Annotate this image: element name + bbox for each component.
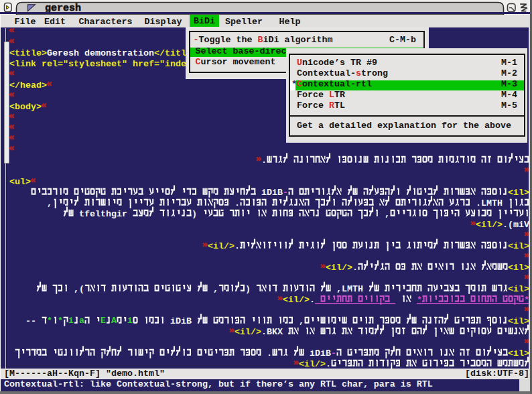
svg-text:<body>: <body> <box>9 102 42 112</box>
svg-text:--: -- <box>25 316 36 326</box>
svg-text:<il/>: <il/> <box>283 295 310 305</box>
svg-text:,: , <box>385 209 390 219</box>
svg-text:i: i <box>68 316 74 326</box>
svg-text:<il>: <il> <box>508 316 529 326</box>
svg-text:,(: ,( <box>74 284 84 294</box>
svg-text:Geresh demonstration: Geresh demonstration <box>47 48 154 58</box>
svg-text:,: , <box>299 316 304 326</box>
svg-text:<il/>: <il/> <box>235 327 261 337</box>
svg-text:<il/>: <il/> <box>208 241 235 251</box>
svg-text:.BKX: .BKX <box>261 327 283 337</box>
svg-text:E: E <box>101 316 106 326</box>
svg-text:*: * <box>58 316 63 326</box>
svg-text:<il>: <il> <box>508 263 529 273</box>
svg-text:.: . <box>352 263 358 273</box>
svg-text:iDiB: iDiB <box>310 348 331 358</box>
svg-text:<il>: <il> <box>508 284 529 294</box>
svg-text:iDiB: iDiB <box>261 188 283 198</box>
svg-text:a: a <box>79 316 84 326</box>
svg-text:.(miV: .(miV <box>503 220 529 230</box>
svg-text:</head>: </head> <box>9 80 47 90</box>
svg-text:.: . <box>261 155 267 166</box>
svg-text:-: - <box>283 188 288 198</box>
svg-text:<ul>: <ul> <box>9 177 31 187</box>
svg-text:tfelthgir: tfelthgir <box>79 209 127 219</box>
svg-text:_: _ <box>389 295 396 305</box>
svg-text:,: , <box>213 284 218 294</box>
svg-text:.: . <box>235 198 240 208</box>
svg-text:*: * <box>417 295 422 305</box>
svg-text:.: . <box>310 295 315 305</box>
svg-text:.: . <box>235 241 240 251</box>
svg-text:<il/>: <il/> <box>326 263 352 273</box>
svg-text:<il>: <il> <box>508 348 529 358</box>
svg-text:,: , <box>47 198 52 208</box>
svg-text:A: A <box>111 316 117 326</box>
svg-text:<il>: <il> <box>508 188 529 198</box>
svg-text:iDiB: iDiB <box>170 316 192 326</box>
svg-text:,LMTH: ,LMTH <box>336 284 363 294</box>
svg-text:.LMTH: .LMTH <box>476 198 503 208</box>
svg-text:<il/>: <il/> <box>476 220 503 230</box>
svg-text:_: _ <box>314 295 321 305</box>
svg-text:): ) <box>245 284 251 294</box>
svg-text:-: - <box>331 348 336 358</box>
svg-text:): ) <box>192 209 197 219</box>
svg-text:.: . <box>267 348 272 358</box>
svg-text:<title>: <title> <box>9 48 47 58</box>
svg-text:i: i <box>127 316 133 326</box>
svg-text:*: * <box>47 316 52 326</box>
svg-text:<il>: <il> <box>508 241 529 251</box>
